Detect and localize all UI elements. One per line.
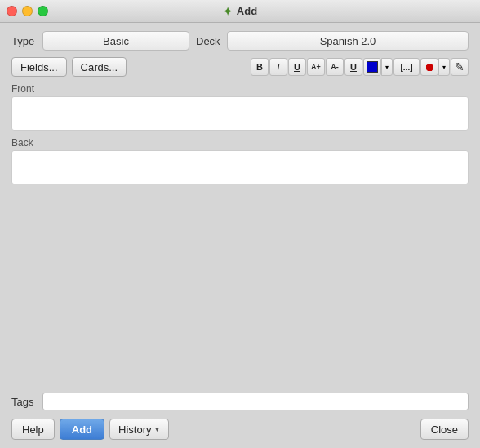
superscript-icon: A+ [311,63,321,71]
maximize-window-button[interactable] [38,6,48,16]
close-window-button[interactable] [7,6,17,16]
bracket-button[interactable]: [...] [393,58,420,76]
italic-button[interactable]: I [269,58,287,76]
deck-label: Deck [196,35,220,47]
record-dropdown-button[interactable]: ▾ [438,58,450,76]
bold-button[interactable]: B [251,58,269,76]
back-input[interactable] [11,150,469,184]
content-spacer [11,191,469,393]
formatting-toolbar: B I U A+ A- U ▾ [...] ⏺ ▾ ✎ [251,58,469,76]
front-label: Front [11,83,469,95]
subscript-button[interactable]: A- [326,58,344,76]
font-color-button[interactable]: U [344,58,362,76]
type-deck-row: Type Basic Deck Spanish 2.0 [11,31,469,51]
help-button[interactable]: Help [11,419,55,440]
font-color-label: U [350,62,357,72]
toolbar-row: Fields... Cards... B I U A+ A- U ▾ [...]… [11,57,469,77]
type-label: Type [11,35,36,47]
add-button[interactable]: Add [60,419,104,440]
bottom-buttons-row: Help Add History ▼ Close [11,419,469,440]
deck-button[interactable]: Spanish 2.0 [227,31,469,51]
close-button[interactable]: Close [420,419,469,440]
fields-button[interactable]: Fields... [11,57,67,77]
eraser-button[interactable]: ✎ [451,58,469,76]
color-swatch-button[interactable] [363,58,381,76]
tags-row: Tags [11,393,469,410]
traffic-lights [7,6,48,16]
color-dropdown-button[interactable]: ▾ [381,58,393,76]
add-title-icon: ✦ [223,5,233,18]
tags-input[interactable] [42,393,469,410]
tags-label: Tags [11,396,36,408]
cards-button[interactable]: Cards... [72,57,127,77]
underline-button[interactable]: U [288,58,306,76]
window-title: ✦ Add [223,5,257,18]
window-title-text: Add [237,5,257,17]
color-rect [367,61,378,73]
main-content: Type Basic Deck Spanish 2.0 Fields... Ca… [0,23,480,448]
record-button[interactable]: ⏺ [420,58,438,76]
subscript-icon: A- [331,63,339,71]
minimize-window-button[interactable] [22,6,33,16]
back-label: Back [11,137,469,149]
history-label: History [118,424,151,436]
history-chevron-icon: ▼ [153,426,160,433]
history-button[interactable]: History ▼ [109,419,169,440]
title-bar: ✦ Add [0,0,480,23]
type-button[interactable]: Basic [42,31,189,51]
superscript-button[interactable]: A+ [307,58,325,76]
front-input[interactable] [11,96,469,131]
